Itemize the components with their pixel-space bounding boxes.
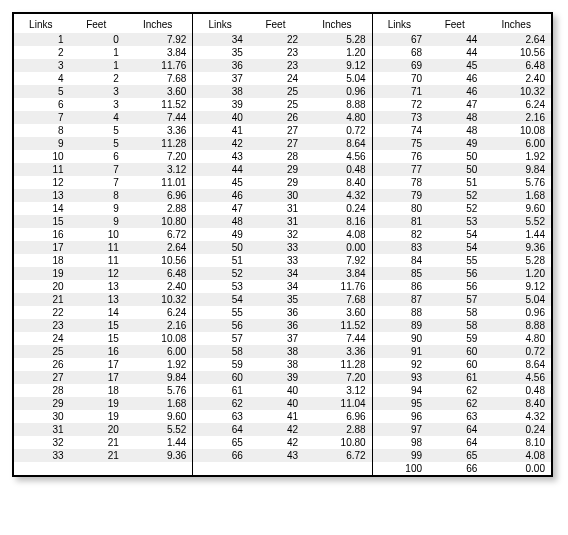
table-cell: 0.00 — [483, 462, 552, 476]
table-cell: 49 — [193, 228, 249, 241]
table-cell: 72 — [372, 98, 428, 111]
table-row: 1173.1244290.4877509.84 — [13, 163, 552, 176]
table-cell: 2.16 — [483, 111, 552, 124]
table-cell: 25 — [13, 345, 70, 358]
table-cell: 75 — [372, 137, 428, 150]
table-cell: 96 — [372, 410, 428, 423]
table-row: 30199.6063416.9696634.32 — [13, 410, 552, 423]
table-cell: 39 — [193, 98, 249, 111]
table-cell: 3.36 — [125, 124, 193, 137]
table-cell: 11.76 — [125, 59, 193, 72]
table-cell: 7 — [70, 163, 125, 176]
table-cell: 3.60 — [304, 306, 372, 319]
table-cell: 7 — [70, 176, 125, 189]
table-cell: 9.84 — [125, 371, 193, 384]
table-cell: 5.28 — [304, 33, 372, 46]
table-cell: 11.52 — [304, 319, 372, 332]
table-cell: 9.36 — [125, 449, 193, 462]
table-cell: 5.52 — [125, 423, 193, 436]
table-cell: 9.12 — [304, 59, 372, 72]
table-cell: 39 — [249, 371, 304, 384]
table-cell: 37 — [193, 72, 249, 85]
table-cell: 4.80 — [304, 111, 372, 124]
table-cell: 27 — [13, 371, 70, 384]
table-cell: 61 — [428, 371, 483, 384]
col-header: Links — [193, 13, 249, 33]
table-cell: 11.76 — [304, 280, 372, 293]
table-cell: 24 — [249, 72, 304, 85]
table-cell: 15 — [70, 319, 125, 332]
table-cell: 3 — [70, 98, 125, 111]
table-cell: 3.60 — [125, 85, 193, 98]
table-cell: 5 — [70, 137, 125, 150]
table-cell: 8.64 — [304, 137, 372, 150]
col-header: Feet — [428, 13, 483, 33]
table-cell: 16 — [13, 228, 70, 241]
table-cell: 0.96 — [483, 306, 552, 319]
table-cell: 63 — [428, 410, 483, 423]
table-cell: 18 — [13, 254, 70, 267]
table-cell: 97 — [372, 423, 428, 436]
table-cell: 85 — [372, 267, 428, 280]
table-cell: 6.96 — [125, 189, 193, 202]
table-cell: 60 — [428, 345, 483, 358]
table-cell: 6.72 — [304, 449, 372, 462]
table-row: 1492.8847310.2480529.60 — [13, 202, 552, 215]
table-cell: 44 — [428, 46, 483, 59]
table-cell: 98 — [372, 436, 428, 449]
table-cell: 29 — [13, 397, 70, 410]
table-cell: 77 — [372, 163, 428, 176]
table-cell: 10.32 — [483, 85, 552, 98]
table-cell: 1 — [13, 33, 70, 46]
table-cell: 2 — [70, 72, 125, 85]
table-cell: 66 — [193, 449, 249, 462]
table-cell: 34 — [249, 267, 304, 280]
table-row: 100660.00 — [13, 462, 552, 476]
table-cell: 64 — [428, 423, 483, 436]
table-cell: 4.08 — [304, 228, 372, 241]
table-cell: 53 — [428, 215, 483, 228]
table-cell: 20 — [13, 280, 70, 293]
table-cell: 50 — [428, 150, 483, 163]
table-cell: 38 — [193, 85, 249, 98]
table-cell: 92 — [372, 358, 428, 371]
table-cell: 53 — [193, 280, 249, 293]
table-cell: 12 — [70, 267, 125, 280]
table-cell: 2.40 — [483, 72, 552, 85]
table-cell: 2.88 — [125, 202, 193, 215]
table-cell: 52 — [193, 267, 249, 280]
table-cell: 10 — [70, 228, 125, 241]
table-row: 747.4440264.8073482.16 — [13, 111, 552, 124]
table-cell: 6.48 — [483, 59, 552, 72]
table-cell: 34 — [249, 280, 304, 293]
table-cell: 30 — [249, 189, 304, 202]
table-row: 31205.5264422.8897640.24 — [13, 423, 552, 436]
table-cell: 4.32 — [483, 410, 552, 423]
table-cell: 6.72 — [125, 228, 193, 241]
table-cell: 82 — [372, 228, 428, 241]
table-row: 32211.44654210.8098648.10 — [13, 436, 552, 449]
table-cell: 54 — [428, 241, 483, 254]
table-cell — [70, 462, 125, 476]
table-cell: 42 — [249, 423, 304, 436]
table-cell: 4.56 — [483, 371, 552, 384]
table-cell: 32 — [13, 436, 70, 449]
table-row: 28185.7661403.1294620.48 — [13, 384, 552, 397]
table-cell: 40 — [249, 384, 304, 397]
table-cell: 47 — [428, 98, 483, 111]
table-cell: 1 — [70, 59, 125, 72]
table-cell: 25 — [249, 98, 304, 111]
table-cell: 5.28 — [483, 254, 552, 267]
table-cell: 88 — [372, 306, 428, 319]
table-cell: 28 — [13, 384, 70, 397]
table-cell: 4.80 — [483, 332, 552, 345]
table-cell: 10.56 — [125, 254, 193, 267]
table-cell: 2.88 — [304, 423, 372, 436]
table-cell: 45 — [428, 59, 483, 72]
table-row: 26171.92593811.2892608.64 — [13, 358, 552, 371]
table-cell: 34 — [193, 33, 249, 46]
table-cell: 6.00 — [125, 345, 193, 358]
table-cell: 46 — [193, 189, 249, 202]
table-cell: 26 — [249, 111, 304, 124]
table-row: 1067.2043284.5676501.92 — [13, 150, 552, 163]
